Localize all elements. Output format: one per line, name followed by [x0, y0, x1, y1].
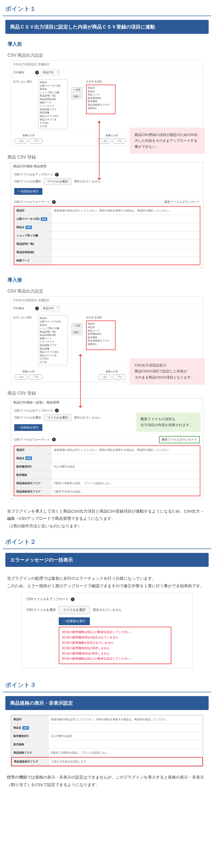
table-cell: 新規登録の場合は空にしてください。既存の商品を更新する場合は、商品IDを指定して…: [52, 446, 200, 454]
divider: [3, 16, 211, 16]
bulk-register-button[interactable]: 一括登録を実行: [14, 188, 42, 195]
csv-type-label: CSV種別: [13, 307, 32, 310]
csv-format-table: 商品ID新規登録の場合は空にしてください。既存の商品を更新する場合は、商品IDを…: [11, 715, 203, 767]
csv-format-label: CSVファイルフォーマット: [14, 438, 50, 442]
template-download-link[interactable]: 雛形ファイルダウンロード: [165, 200, 200, 204]
table-cell: [52, 240, 200, 248]
sort-down-button[interactable]: ↓ 下に: [112, 138, 126, 144]
table-header-cell: 商品説明(一覧): [14, 240, 52, 248]
error-line: 3行目の販売種別(ID)が設定されていません: [62, 635, 168, 640]
required-badge: 必須: [23, 726, 29, 730]
sort-label: 順番の入替: [106, 134, 118, 137]
point3-panel: 商品ID新規登録の場合は空にしてください。既存の商品を更新する場合は、商品IDを…: [11, 715, 203, 767]
table-row: 公開ステータス(ID) 必須: [14, 215, 200, 223]
bulk-register-button[interactable]: 一括登録を実行: [14, 424, 42, 431]
point3-explain: 標準の機能では規格の表示・非表示の設定はできませんが、このプラグインを導入すると…: [0, 771, 214, 792]
help-icon[interactable]: ?: [35, 307, 39, 310]
csv-type-select[interactable]: 商品CSV: [41, 306, 60, 311]
csv-out-title: CSV 商品出力設定: [0, 285, 214, 296]
table-header-cell: 商品説明(詳細): [14, 248, 52, 256]
right-options-list[interactable]: 商品ID商品名商品コード販売種別(ID)販売価格商品規格表示フラグ税率(ID): [86, 85, 116, 114]
table-cell: 0:販売 1:非販売を設定。 ブランクは設定しない: [52, 479, 200, 487]
divider: [3, 549, 211, 549]
file-select-label: CSVファイルを選択: [14, 180, 41, 184]
sort-up-button[interactable]: ↑ 上に: [14, 374, 28, 380]
point2-banner: エラーメッセージの一括表示: [5, 553, 209, 567]
template-download-link[interactable]: 雛形ファイルダウンロード: [159, 436, 200, 443]
sort-up-button[interactable]: ↑ 上に: [98, 374, 111, 380]
table-row: 商品名 必須: [11, 724, 203, 732]
table-cell: 新規登録の場合は空にしてください。既存の商品を更新する場合は、商品IDを指定して…: [49, 715, 203, 723]
help-icon[interactable]: ?: [55, 173, 59, 177]
sort-down-button[interactable]: ↓ 下に: [112, 374, 126, 380]
table-row: 検索ワード: [14, 256, 200, 265]
table-cell: [52, 454, 200, 462]
remove-button[interactable]: 削除 >: [72, 94, 82, 99]
left-col-label: 出力しない項目: [13, 79, 35, 84]
sort-up-button[interactable]: ↑ 上に: [14, 138, 28, 144]
point1-explain: 当プラグインを導入して頂くと商品CSV出力項目と商品CSV登録項目が連動するよう…: [0, 504, 214, 533]
table-cell: [52, 231, 200, 240]
table-cell: 1(上の数字を設定: [49, 732, 203, 740]
table-header-cell: 公開ステータス(ID) 必須: [14, 215, 52, 223]
table-header-cell: 商品名 必須: [14, 454, 52, 462]
table-row: 商品説明(詳細): [14, 248, 200, 256]
table-row: 商品ID新規登録の場合は空にしてください。既存の商品を更新する場合は、商品IDを…: [11, 715, 203, 724]
point3-banner: 商品規格の表示・非表示設定: [5, 696, 209, 710]
table-cell: 新規登録の場合は空にしてください。既存の商品を更新する場合は、商品IDを指定して…: [52, 207, 200, 215]
table-row: 商品規格表示フラグ1:表示 0:非表示を設定します。: [11, 757, 203, 766]
breadcrumb: CSV出力項目設定 店舗設定: [11, 297, 203, 304]
table-cell: 1:販売 0:非表示を設定。: [52, 488, 200, 496]
point3-title: ポイント３: [0, 676, 214, 692]
help-icon[interactable]: ?: [71, 597, 75, 601]
csv-type-label: CSV種別: [13, 71, 32, 74]
table-cell: [52, 256, 200, 265]
csv-out-title: CSV 商品出力設定: [0, 50, 214, 60]
right-options-list[interactable]: 商品ID商品名商品コード販売種別(ID)販売価格商品規格表示フラグ税率(ID): [86, 320, 116, 350]
note-pink-after: CSV出力項目設定の 商品CSVの項目で設定した内容が そのまま商品CSVの項目…: [130, 358, 205, 384]
remove-button[interactable]: 削除 >: [72, 330, 82, 335]
upload-label: CSVファイルをアップロード: [27, 597, 69, 601]
table-header-cell: 販売価格: [11, 740, 49, 748]
help-icon[interactable]: ?: [55, 409, 59, 412]
sort-down-button[interactable]: ↓ 下に: [29, 374, 43, 380]
help-icon[interactable]: ?: [52, 200, 56, 204]
file-status-text: 選択されていません: [74, 415, 101, 420]
required-badge: 必須: [26, 457, 32, 460]
breadcrumb: CSV出力項目設定 店舗設定: [11, 61, 203, 68]
choose-file-button[interactable]: ファイルを選択: [59, 606, 90, 614]
right-col-label: 出力する項目: [86, 315, 116, 319]
error-line: 4行目の販売価格が設定されていません: [62, 640, 168, 646]
upload-label: CSVファイルをアップロード: [14, 173, 53, 177]
point1-banner: 商品ＣＳＶ出力項目に設定した内容が商品ＣＳＶ登録の項目に連動: [5, 20, 209, 34]
left-options-list[interactable]: 商品ID公開ステータス(ID)商品名ショップ用メモ欄商品説明(一覧)商品説明(詳…: [38, 79, 68, 129]
csv-reg-title: 商品 CSV 登録: [0, 388, 214, 398]
left-options-list[interactable]: 商品ID公開ステータス(ID)商品名ショップ用メモ欄商品説明(一覧)商品説明(詳…: [38, 315, 68, 365]
table-header-cell: 商品名 必須: [14, 223, 52, 231]
table-row: 商品説明(一覧): [14, 240, 200, 248]
add-button[interactable]: < 追加: [72, 323, 82, 328]
table-cell: 0:販売 1:非販売を設定。 ブランクは設定しない: [49, 749, 203, 757]
table-cell: [52, 223, 200, 231]
bulk-register-button[interactable]: 一括登録を実行: [59, 617, 90, 625]
sort-down-button[interactable]: ↓ 下に: [29, 138, 43, 144]
table-header-cell: 商品ID: [14, 446, 52, 454]
add-button[interactable]: < 追加: [72, 87, 82, 92]
table-cell: [52, 248, 200, 256]
required-badge: 必須: [41, 217, 47, 221]
file-select-label: CSVファイルを選択: [27, 608, 56, 612]
breadcrumb: 商品CSV登録 商品管理: [11, 162, 203, 170]
table-row: 販売価格: [11, 740, 203, 749]
point2-title: ポイント２: [0, 533, 214, 549]
table-header-cell: 検索ワード: [14, 256, 52, 265]
sort-label: 順番の入替: [106, 370, 118, 373]
right-col-label: 出力する項目: [86, 79, 116, 84]
help-icon[interactable]: ?: [35, 71, 39, 74]
table-header-cell: 商品規格表示フラグ: [12, 757, 49, 766]
choose-file-button[interactable]: ファイルを選択: [44, 178, 71, 185]
csv-type-select[interactable]: 商品CSV: [41, 70, 60, 75]
help-icon[interactable]: ?: [52, 438, 56, 441]
choose-file-button[interactable]: ファイルを選択: [44, 414, 71, 421]
table-row: 商品ID新規登録の場合は空にしてください。既存の商品を更新する場合は、商品IDを…: [14, 207, 200, 215]
sort-up-button[interactable]: ↑ 上に: [98, 138, 111, 144]
